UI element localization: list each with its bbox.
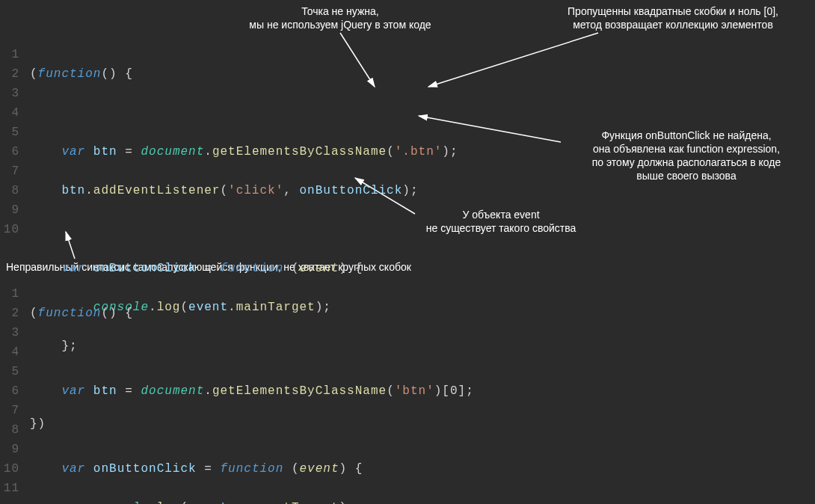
gutter: 1 2 3 4 5 6 7 8 9 10 11 bbox=[0, 284, 30, 504]
annotation-text: Функция onButtonClick не найдена, bbox=[601, 129, 771, 141]
code-line: var btn = document.getElementsByClassNam… bbox=[30, 381, 474, 401]
line-number: 6 bbox=[0, 142, 19, 162]
code-line: var btn = document.getElementsByClassNam… bbox=[30, 142, 458, 162]
line-number: 8 bbox=[0, 181, 19, 200]
line-number: 8 bbox=[0, 420, 19, 440]
code-line: var onButtonClick = function (event) { bbox=[30, 259, 458, 278]
code-line: var onButtonClick = function (event) { bbox=[30, 459, 474, 479]
annotation-text: метод возвращает коллекцию элементов bbox=[573, 19, 773, 31]
code-line bbox=[30, 342, 474, 362]
annotation-text: по этому должна располагаться в коде bbox=[592, 156, 781, 168]
code-line: (function() { bbox=[30, 64, 458, 84]
annotation-text: мы не используем jQuery в этом коде bbox=[249, 19, 431, 31]
annotation-text: выше своего вызова bbox=[636, 170, 736, 182]
line-number: 2 bbox=[0, 304, 19, 323]
line-number: 1 bbox=[0, 45, 19, 64]
line-number: 1 bbox=[0, 284, 19, 304]
line-number: 10 bbox=[0, 220, 19, 239]
line-number: 7 bbox=[0, 401, 19, 420]
code-line: btn.addEventListener('click', onButtonCl… bbox=[30, 181, 458, 200]
line-number: 3 bbox=[0, 84, 19, 103]
line-number: 5 bbox=[0, 362, 19, 381]
code-line: (function() { bbox=[30, 304, 474, 323]
line-number: 4 bbox=[0, 342, 19, 362]
line-number: 2 bbox=[0, 64, 19, 84]
annotation-text: У объекта event bbox=[462, 209, 539, 221]
line-number: 5 bbox=[0, 123, 19, 142]
line-number: 9 bbox=[0, 200, 19, 220]
code-line: console.log(event.currentTarget); bbox=[30, 498, 474, 504]
annotation-brackets: Пропущенны квадратные скобки и ноль [0],… bbox=[538, 4, 808, 31]
code-lines: (function() { var btn = document.getElem… bbox=[30, 284, 474, 504]
line-number: 4 bbox=[0, 103, 19, 123]
code-line bbox=[30, 220, 458, 239]
annotation-text: она объявлена как function expression, bbox=[593, 143, 780, 155]
code-block-2: 1 2 3 4 5 6 7 8 9 10 11 (function() { va… bbox=[0, 284, 474, 504]
line-number: 9 bbox=[0, 440, 19, 459]
annotation-text: Точка не нужна, bbox=[301, 5, 378, 17]
code-line bbox=[30, 420, 474, 440]
annotation-text: Пропущенны квадратные скобки и ноль [0], bbox=[568, 5, 778, 17]
line-number: 7 bbox=[0, 162, 19, 181]
line-number: 10 bbox=[0, 459, 19, 479]
code-line bbox=[30, 103, 458, 123]
annotation-dot: Точка не нужна, мы не используем jQuery … bbox=[217, 4, 464, 31]
line-number: 6 bbox=[0, 381, 19, 401]
line-number: 11 bbox=[0, 479, 19, 498]
line-number: 3 bbox=[0, 323, 19, 342]
annotation-onbtn: Функция onButtonClick не найдена, она об… bbox=[559, 129, 814, 182]
